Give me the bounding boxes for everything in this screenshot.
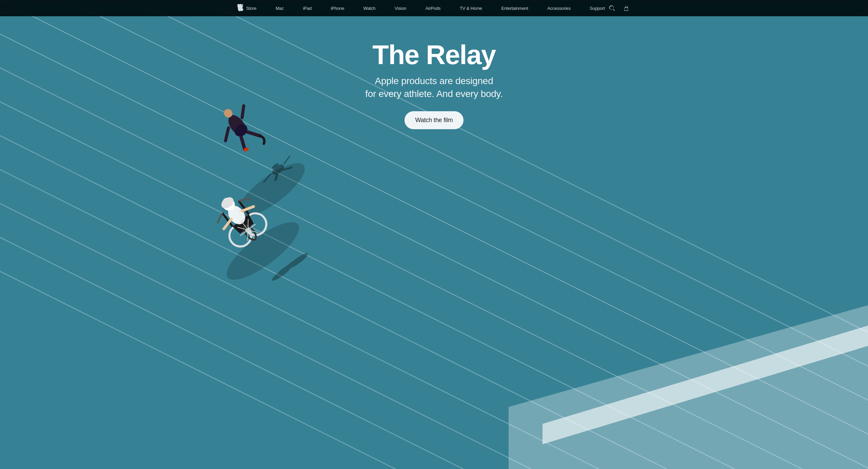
bag-button[interactable] [622,4,631,13]
search-button[interactable] [608,4,616,13]
nav-item-entertainment[interactable]: Entertainment [498,5,531,11]
nav-item-store[interactable]: Store [243,5,259,11]
nav-item-ipad[interactable]: iPad [300,5,315,11]
nav-item-watch[interactable]: Watch [361,5,378,11]
nav-actions [608,4,631,13]
nav-logo[interactable] [237,4,243,13]
search-icon [609,5,615,11]
nav-item-support[interactable]: Support [587,5,608,11]
nav-item-accessories[interactable]: Accessories [545,5,573,11]
watch-film-button[interactable]: Watch the film [405,111,464,129]
nav-links: Store Mac iPad iPhone Watch Vision AirPo… [243,5,608,11]
nav-item-mac[interactable]: Mac [273,5,287,11]
bag-icon [623,5,629,11]
hero-content: The Relay Apple products are designed fo… [0,0,868,129]
nav-item-tv-home[interactable]: TV & Home [457,5,485,11]
nav-item-vision[interactable]: Vision [392,5,409,11]
hero-title: The Relay [372,41,496,69]
hero-subtitle: Apple products are designed for every at… [365,75,503,100]
hero-section: The Relay Apple products are designed fo… [0,0,868,469]
nav-item-iphone[interactable]: iPhone [328,5,347,11]
nav-item-airpods[interactable]: AirPods [423,5,443,11]
navbar: Store Mac iPad iPhone Watch Vision AirPo… [0,0,868,16]
